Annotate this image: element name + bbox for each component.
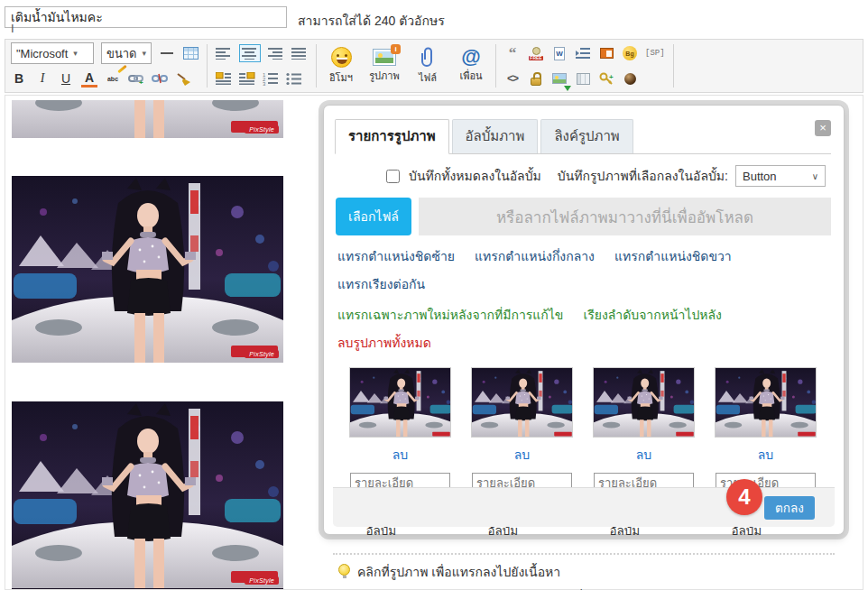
horizontal-rule-button[interactable] [159, 44, 175, 62]
italic-button[interactable]: I [34, 69, 51, 88]
quote-button[interactable]: “ [504, 44, 521, 62]
image-download-icon [552, 73, 567, 84]
align-center-button[interactable] [239, 44, 261, 62]
image-thumbnail[interactable] [593, 367, 695, 438]
highlight-color-button[interactable] [598, 44, 614, 62]
image-thumbnail[interactable] [349, 367, 451, 438]
underline-button[interactable]: U [58, 69, 74, 88]
bullet-list-icon [286, 72, 302, 86]
topic-title-input[interactable] [5, 6, 287, 28]
save-selected-label: บันทึกรูปภาพที่เลือกลงในอัลบั้ม: [558, 166, 728, 186]
toolbar-divider [316, 44, 317, 88]
close-icon[interactable]: × [815, 120, 831, 136]
align-right-icon [268, 47, 284, 60]
content-photo-1[interactable]: PixStyle [12, 100, 283, 138]
free-host-button[interactable]: FREE [528, 44, 544, 62]
hint-text: คลิกที่รูปภาพ เพื่อแทรกลงไปยังเนื้อหา [357, 562, 560, 582]
image-button-label: รูปภาพ [369, 68, 400, 84]
ordered-list-icon: 123 [263, 72, 279, 86]
image-align-right-button[interactable] [239, 69, 255, 88]
content-photo-3[interactable]: PixStyle [12, 401, 283, 589]
delete-image-link[interactable]: ลบ [392, 445, 408, 465]
bullet-list-button[interactable] [286, 69, 302, 88]
emoji-smiley-icon [331, 47, 352, 68]
choose-file-button[interactable]: เลือกไฟล์ [336, 198, 411, 235]
delete-image-link[interactable]: ลบ [514, 445, 530, 465]
delete-image-link[interactable]: ลบ [636, 445, 651, 465]
watermark-label: PixStyle [245, 350, 279, 358]
ok-button[interactable]: ตกลง [764, 496, 815, 520]
insert-left-link[interactable]: แทรกตำแหน่งชิดซ้าย [337, 246, 455, 266]
word-paste-button[interactable]: W [551, 44, 568, 62]
insert-center-link[interactable]: แทรกตำแหน่งกึ่งกลาง [475, 246, 595, 266]
image-thumbnail[interactable] [471, 367, 573, 438]
ordered-list-button[interactable]: 123 [263, 69, 279, 88]
content-photo-2[interactable]: PixStyle [12, 176, 283, 363]
editor-toolbar: "Microsoft▾ ขนาด▾ B I U A abc + [5, 39, 863, 93]
album-save-row: บันทึกทั้งหมดลงในอัลบั้ม บันทึกรูปภาพที่… [324, 165, 826, 187]
photo-illustration [716, 368, 817, 438]
special-char-button[interactable]: [SP] [645, 44, 665, 62]
key-access-button[interactable]: + [598, 69, 614, 88]
remove-link-button[interactable] [152, 69, 168, 88]
align-center-icon [242, 47, 258, 60]
drag-drop-zone[interactable]: หรือลากไฟล์ภาพมาวางที่นี่เพื่ออัพโหลด [419, 198, 831, 235]
insert-table-button[interactable] [182, 44, 199, 62]
mention-friend-button[interactable]: @ เพื่อน [455, 48, 487, 84]
lock-icon [531, 78, 541, 86]
tab-image-link[interactable]: ลิงค์รูปภาพ [540, 119, 633, 153]
insert-inline-link[interactable]: แทรกเรียงต่อกัน [337, 274, 425, 294]
chevron-down-icon: ▾ [73, 49, 78, 58]
tab-photo-album[interactable]: อัลบั้มภาพ [452, 119, 539, 153]
font-size-select[interactable]: ขนาด▾ [101, 42, 152, 64]
tab-image-list[interactable]: รายการรูปภาพ [335, 119, 449, 154]
indent-button[interactable] [575, 44, 591, 62]
delete-image-link[interactable]: ลบ [758, 445, 773, 465]
dark-sphere-icon [624, 73, 636, 85]
align-left-button[interactable] [216, 44, 232, 62]
image-align-right-icon [239, 72, 255, 85]
info-badge-icon: i [391, 44, 401, 54]
save-all-checkbox[interactable] [386, 170, 400, 183]
word-doc-icon: W [554, 47, 565, 60]
columns-button[interactable] [575, 69, 591, 88]
key-icon: + [599, 72, 614, 86]
at-icon: @ [461, 48, 480, 66]
emoji-button[interactable]: อิโมฯ [325, 47, 357, 86]
insert-link-button[interactable]: + [128, 69, 144, 88]
sort-order-link[interactable]: เรียงลำดับจากหน้าไปหลัง [583, 305, 722, 325]
photo-illustration [12, 401, 283, 588]
sphere-button[interactable] [622, 69, 638, 88]
export-image-button[interactable] [551, 69, 568, 88]
clean-format-button[interactable] [175, 69, 191, 88]
insert-new-only-link[interactable]: แทรกเฉพาะภาพใหม่หลังจากที่มีการแก้ไข [337, 305, 563, 325]
align-right-button[interactable] [268, 44, 284, 62]
insert-image-button[interactable]: i รูปภาพ [368, 49, 401, 84]
link-icon: + [128, 72, 144, 85]
unlink-icon [152, 72, 168, 85]
image-thumbnail[interactable] [715, 367, 817, 438]
insert-right-link[interactable]: แทรกตำแหน่งชิดขวา [614, 246, 732, 266]
align-justify-icon [291, 47, 308, 60]
svg-text:3: 3 [263, 81, 266, 86]
album-select[interactable]: Button ∨ [735, 165, 826, 187]
album-select-value: Button [743, 170, 777, 183]
toolbar-divider [495, 44, 496, 88]
attach-file-button[interactable]: ไฟล์ [411, 47, 444, 86]
lock-content-button[interactable] [528, 69, 544, 88]
align-justify-button[interactable] [291, 44, 308, 62]
image-align-left-button[interactable] [216, 69, 232, 88]
watermark-label: PixStyle [245, 125, 279, 134]
font-color-button[interactable]: A [81, 69, 97, 88]
page: สามารถใส่ได้ 240 ตัวอักษร I "Microsoft▾ … [0, 0, 868, 590]
background-color-button[interactable]: Bg [622, 44, 638, 62]
image-upload-dialog: × รายการรูปภาพ อัลบั้มภาพ ลิงค์รูปภาพ บั… [323, 105, 845, 535]
broom-icon [175, 72, 191, 86]
delete-all-images-link[interactable]: ลบรูปภาพทั้งหมด [337, 333, 431, 353]
photo-illustration [350, 368, 451, 438]
code-view-button[interactable]: <> [504, 69, 521, 88]
font-family-select[interactable]: "Microsoft▾ [11, 42, 94, 64]
spellcheck-button[interactable]: abc [105, 69, 121, 88]
image-align-left-icon [216, 72, 232, 85]
bold-button[interactable]: B [11, 69, 27, 88]
